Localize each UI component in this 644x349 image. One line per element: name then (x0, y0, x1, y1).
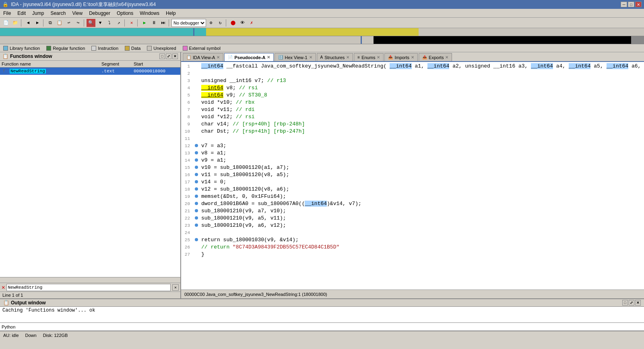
window-controls[interactable]: ─ □ ✕ (621, 2, 642, 7)
code-line-5[interactable]: 5 __int64 v9; // ST30_8 (181, 92, 644, 99)
open-button[interactable]: 📁 (11, 19, 20, 27)
jump-button[interactable]: ⤵ (105, 19, 114, 27)
code-line-1[interactable]: 1 __int64 __fastcall Java_com_softkey_js… (181, 63, 644, 70)
code-line-15[interactable]: 15 v10 = sub_180001120(a1, a7); (181, 164, 644, 171)
tab-struct-close[interactable]: ✕ (346, 55, 349, 60)
functions-panel: 📋 Functions window □ ⤢ ✕ Function name S… (0, 52, 181, 298)
tab-ida-view[interactable]: 📋 IDA View-A ✕ (183, 53, 223, 61)
function-row-newreadstring[interactable]: f NewReadString .text 000000018000 (0, 68, 180, 75)
tab-pseudocode[interactable]: 📄 Pseudocode-A ✕ (224, 53, 274, 61)
code-line-7[interactable]: 7 void *v11; // rdi (181, 106, 644, 113)
code-line-14[interactable]: 14 v9 = a1; (181, 157, 644, 164)
code-line-6[interactable]: 6 void *v10; // rbx (181, 99, 644, 106)
code-line-9[interactable]: 9 char v14; // [rsp+40h] [rbp-248h] (181, 121, 644, 128)
tab-enums-close[interactable]: ✕ (377, 55, 380, 60)
code-line-26[interactable]: 26 // return "8C74D3A98439F2DB55C57EC4D8… (181, 244, 644, 251)
menu-options[interactable]: Options (114, 9, 136, 17)
code-line-10[interactable]: 10 char Dst; // [rsp+41h] [rbp-247h] (181, 128, 644, 135)
debug-refresh[interactable]: ↻ (216, 19, 225, 27)
close-button[interactable]: ✕ (635, 2, 642, 7)
redo-button[interactable]: ↪ (74, 19, 83, 27)
run-button[interactable]: ▶ (140, 19, 149, 27)
code-line-20[interactable]: 20 dword_18001B6A0 = sub_1800067A0((__in… (181, 200, 644, 207)
findnext-button[interactable]: ▼ (96, 19, 105, 27)
output-close-button[interactable]: ✕ (635, 300, 641, 306)
code-line-11[interactable]: 11 (181, 135, 644, 142)
python-input-field[interactable] (17, 324, 642, 329)
menu-search[interactable]: Search (47, 9, 69, 17)
functions-scrollbar[interactable] (0, 277, 180, 283)
code-line-3[interactable]: 3 unsigned __int16 v7; // r13 (181, 77, 644, 84)
undo-button[interactable]: ↩ (64, 19, 73, 27)
code-line-27[interactable]: 27 } (181, 251, 644, 258)
code-line-13[interactable]: 13 v8 = a1; (181, 150, 644, 157)
code-line-24[interactable]: 24 (181, 229, 644, 236)
code-view[interactable]: 1 __int64 __fastcall Java_com_softkey_js… (181, 62, 644, 289)
functions-search-bar[interactable]: ✕ ✕ (0, 283, 180, 292)
output-panel-buttons[interactable]: □ ⤢ ✕ (622, 300, 641, 306)
functions-list[interactable]: f NewReadString .text 000000018000 (0, 68, 180, 277)
code-line-23[interactable]: 23 sub_180001210(v9, a6, v12); (181, 222, 644, 229)
new-button[interactable]: 📄 (2, 19, 10, 27)
code-line-4[interactable]: 4 __int64 v8; // rsi (181, 84, 644, 92)
output-restore-button[interactable]: □ (622, 300, 628, 306)
line-code-13: v8 = a1; (200, 150, 226, 157)
search-cancel-icon[interactable]: ✕ (2, 284, 5, 291)
col-segment: Segment (100, 62, 132, 66)
code-line-2[interactable]: 2 (181, 70, 644, 77)
code-line-19[interactable]: 19 memset(&Dst, 0, 0x1FFui64); (181, 193, 644, 200)
copy-button[interactable]: ⧉ (46, 19, 55, 27)
menu-view[interactable]: View (69, 9, 86, 17)
code-line-22[interactable]: 22 sub_180001210(v9, a5, v11); (181, 215, 644, 222)
code-line-16[interactable]: 16 v11 = sub_180001120(v8, a5); (181, 171, 644, 179)
back-button[interactable]: ◄ (24, 19, 33, 27)
code-line-25[interactable]: 25 return sub_180001030(v9, &v14); (181, 236, 644, 244)
clear-button[interactable]: ✗ (247, 19, 256, 27)
minimize-button[interactable]: ─ (621, 2, 627, 7)
tab-structures[interactable]: A Structures ✕ (317, 53, 353, 61)
code-line-18[interactable]: 18 v12 = sub_180001120(v8, a6); (181, 186, 644, 193)
tab-hex-close[interactable]: ✕ (309, 55, 312, 60)
menu-windows[interactable]: Windows (136, 9, 163, 17)
tab-imports-close[interactable]: ✕ (411, 55, 414, 60)
tab-exports[interactable]: 📤 Exports ✕ (419, 53, 452, 61)
tab-exports-close[interactable]: ✕ (445, 55, 448, 60)
menu-jump[interactable]: Jump (29, 9, 47, 17)
functions-float-button[interactable]: ⤢ (166, 53, 171, 59)
menu-debugger[interactable]: Debugger (86, 9, 114, 17)
tab-enums[interactable]: ≡ Enums ✕ (354, 53, 384, 61)
output-float-button[interactable]: ⤢ (629, 300, 634, 306)
forward-button[interactable]: ► (33, 19, 42, 27)
tab-ida-close[interactable]: ✕ (217, 55, 220, 60)
menu-help[interactable]: Help (163, 9, 179, 17)
tab-pseudo-close[interactable]: ✕ (267, 55, 270, 60)
code-line-8[interactable]: 8 void *v12; // rsi (181, 113, 644, 121)
search-button[interactable]: 🔍 (87, 19, 95, 27)
functions-panel-buttons[interactable]: □ ⤢ ✕ (159, 53, 178, 59)
menu-edit[interactable]: Edit (14, 9, 29, 17)
step-button[interactable]: ⏭ (159, 19, 167, 27)
paste-button[interactable]: 📋 (55, 19, 64, 27)
functions-close-button[interactable]: ✕ (172, 53, 178, 59)
python-input-bar[interactable]: Python (0, 322, 644, 331)
nav-bar-2[interactable] (0, 36, 644, 44)
tab-hex-view[interactable]: 🔢 Hex View-1 ✕ (275, 53, 316, 61)
debugger-dropdown[interactable]: No debugger (171, 19, 206, 27)
code-line-21[interactable]: 21 sub_180001210(v9, a7, v10); (181, 207, 644, 215)
debug-settings[interactable]: ⚙ (206, 19, 215, 27)
line-code-27: } (200, 251, 204, 258)
watch-button[interactable]: 👁 (238, 19, 247, 27)
tab-imports[interactable]: 📥 Imports ✕ (384, 53, 418, 61)
jumpto-button[interactable]: ↗ (114, 19, 123, 27)
menu-file[interactable]: File (0, 9, 14, 17)
functions-search-input[interactable] (6, 284, 171, 291)
code-line-17[interactable]: 17 v14 = 0; (181, 179, 644, 186)
stop-button[interactable]: ✕ (127, 19, 136, 27)
code-line-12[interactable]: 12 v7 = a3; (181, 142, 644, 150)
pause-button[interactable]: ⏸ (149, 19, 158, 27)
nav-bar-1[interactable] (0, 28, 644, 36)
search-clear-button[interactable]: ✕ (172, 284, 179, 291)
functions-restore-button[interactable]: □ (159, 53, 165, 59)
maximize-button[interactable]: □ (628, 2, 634, 7)
breakpoint-button[interactable]: ⬤ (229, 19, 237, 27)
